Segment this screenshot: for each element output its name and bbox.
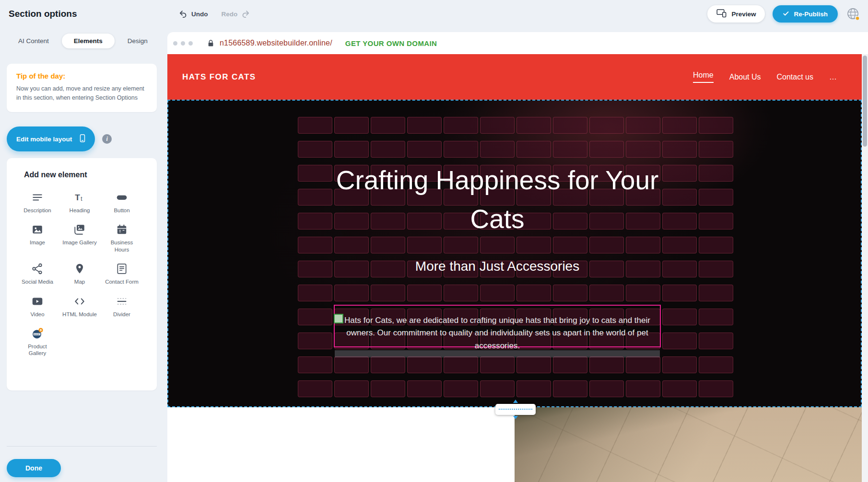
- element-resize-handle[interactable]: [334, 314, 343, 323]
- site-preview-window: n1566589.websitebuilder.online/ GET YOUR…: [167, 32, 868, 482]
- form-icon: [116, 263, 128, 275]
- selected-text-element[interactable]: Hats for Cats, we are dedicated to craft…: [334, 305, 661, 347]
- add-element-panel: Add new element DescriptionTtHeadingButt…: [7, 158, 157, 390]
- add-element-product-gallery[interactable]: SHOPProduct Gallery: [16, 325, 59, 359]
- language-globe-button[interactable]: [845, 6, 861, 22]
- arrow-up-icon: [513, 400, 518, 403]
- element-label: Video: [30, 311, 44, 318]
- share-icon: [31, 263, 44, 275]
- add-element-heading[interactable]: TtHeading: [59, 189, 101, 216]
- selected-hero-section[interactable]: Crafting Happiness for Your Cats More th…: [167, 100, 862, 407]
- phone-icon: [78, 134, 87, 144]
- add-element-image-gallery[interactable]: Image Gallery: [59, 221, 101, 255]
- tab-design[interactable]: Design: [128, 37, 148, 45]
- undo-label: Undo: [191, 11, 208, 18]
- add-element-divider[interactable]: Divider: [101, 293, 143, 320]
- browser-chrome-bar: n1566589.websitebuilder.online/ GET YOUR…: [167, 32, 868, 54]
- svg-text:T: T: [75, 193, 80, 202]
- window-control-dot: [173, 41, 177, 46]
- site-nav: HomeAbout UsContact us…: [693, 54, 837, 100]
- add-element-video[interactable]: Video: [16, 293, 59, 320]
- element-label: Image: [30, 239, 45, 246]
- republish-label: Re-Publish: [794, 11, 828, 18]
- tip-of-the-day-card: Tip of the day: Now you can add, move an…: [7, 64, 157, 112]
- add-element-social-media[interactable]: Social Media: [16, 260, 59, 287]
- add-element-description[interactable]: Description: [16, 189, 59, 216]
- pavement-image: [515, 407, 862, 482]
- devices-icon: [716, 9, 727, 19]
- redo-label: Redo: [222, 11, 238, 18]
- preview-label: Preview: [731, 11, 756, 18]
- done-button[interactable]: Done: [7, 459, 61, 477]
- add-element-html-module[interactable]: HTML Module: [59, 293, 101, 320]
- lock-icon: [207, 39, 214, 47]
- window-control-dot: [188, 41, 193, 46]
- hero-heading[interactable]: Crafting Happiness for Your Cats: [334, 161, 661, 239]
- page-title: Section options: [9, 0, 77, 28]
- mobile-layout-row: Edit mobile layout i: [7, 126, 112, 151]
- hero-paragraph: Hats for Cats, we are dedicated to craft…: [335, 306, 660, 352]
- window-controls: [167, 41, 193, 46]
- add-element-image[interactable]: Image: [16, 221, 59, 255]
- calendar-icon: [116, 223, 128, 236]
- window-control-dot: [181, 41, 185, 46]
- element-grid: DescriptionTtHeadingButtonImageImage Gal…: [16, 189, 157, 359]
- add-element-button[interactable]: Button: [101, 189, 143, 216]
- nav-home[interactable]: Home: [693, 71, 714, 83]
- description-icon: [31, 191, 44, 204]
- svg-text:SHOP: SHOP: [34, 333, 40, 335]
- info-icon[interactable]: i: [102, 134, 112, 144]
- resize-dotted-line: [499, 409, 532, 410]
- tip-heading: Tip of the day:: [16, 72, 147, 80]
- get-domain-link[interactable]: GET YOUR OWN DOMAIN: [345, 39, 437, 47]
- button-icon: [116, 191, 128, 204]
- tab-ai-content[interactable]: AI Content: [18, 37, 49, 45]
- site-header: HATS FOR CATS HomeAbout UsContact us…: [167, 54, 862, 100]
- element-label: HTML Module: [62, 311, 97, 318]
- heading-icon: Tt: [73, 191, 86, 204]
- nav-more[interactable]: …: [829, 73, 837, 81]
- republish-button[interactable]: Re-Publish: [773, 5, 838, 23]
- divider-icon: [116, 295, 128, 308]
- video-icon: [31, 295, 44, 308]
- undo-icon: [178, 10, 188, 19]
- element-label: Product Gallery: [19, 343, 56, 357]
- element-label: Divider: [113, 311, 130, 318]
- element-label: Contact Form: [105, 278, 139, 285]
- redo-button[interactable]: Redo: [222, 10, 251, 19]
- arrow-down-icon: [513, 416, 518, 419]
- add-element-map[interactable]: Map: [59, 260, 101, 287]
- section-resize-handle[interactable]: [495, 404, 536, 415]
- history-controls: Undo Redo: [178, 0, 250, 28]
- site-logo[interactable]: HATS FOR CATS: [182, 72, 256, 82]
- tab-elements[interactable]: Elements: [62, 34, 115, 48]
- hero-subheading[interactable]: More than Just Accessories: [334, 259, 661, 274]
- add-element-contact-form[interactable]: Contact Form: [101, 260, 143, 287]
- scrollbar-track[interactable]: [862, 54, 868, 482]
- site-page: HATS FOR CATS HomeAbout UsContact us… Cr…: [167, 54, 862, 482]
- globe-icon: [845, 15, 861, 23]
- element-label: Social Media: [22, 278, 53, 285]
- element-label: Image Gallery: [62, 239, 97, 246]
- svg-text:t: t: [81, 195, 82, 202]
- hero-content: Crafting Happiness for Your Cats More th…: [334, 101, 661, 406]
- tip-body: Now you can add, move and resize any ele…: [16, 84, 147, 103]
- scrollbar-thumb[interactable]: [863, 56, 867, 147]
- element-shadow: [335, 350, 660, 357]
- next-section-blank: [167, 407, 515, 482]
- element-label: Heading: [70, 207, 90, 214]
- sidebar-divider: [7, 446, 157, 447]
- edit-mobile-label: Edit mobile layout: [16, 136, 72, 143]
- preview-button[interactable]: Preview: [707, 5, 765, 23]
- undo-button[interactable]: Undo: [178, 10, 208, 19]
- sidebar-tabs: AI ContentElementsDesign: [18, 34, 148, 48]
- edit-mobile-layout-button[interactable]: Edit mobile layout: [7, 126, 95, 151]
- nav-about-us[interactable]: About Us: [729, 73, 761, 81]
- code-icon: [73, 295, 86, 308]
- image-gallery-icon: [73, 223, 86, 236]
- shop-icon: SHOP: [31, 327, 44, 340]
- site-url: n1566589.websitebuilder.online/: [220, 39, 332, 47]
- element-label: Business Hours: [104, 239, 140, 253]
- nav-contact-us[interactable]: Contact us: [777, 73, 813, 81]
- add-element-business-hours[interactable]: Business Hours: [101, 221, 143, 255]
